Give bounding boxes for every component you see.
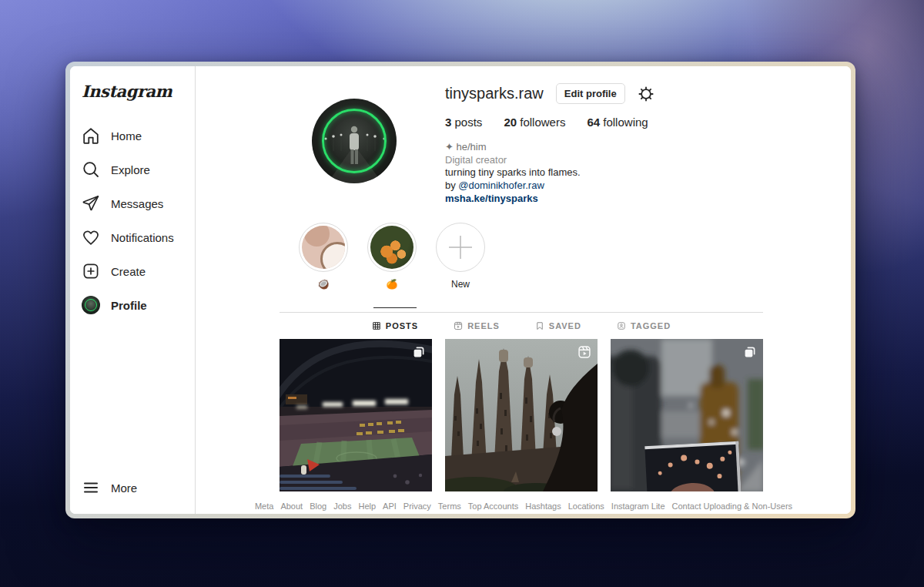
footer-link[interactable]: API [383, 501, 397, 511]
tab-label: POSTS [386, 321, 418, 330]
highlight-ring [367, 223, 417, 272]
footer-link[interactable]: Jobs [333, 501, 351, 511]
messenger-icon [82, 194, 100, 213]
profile-content: tinysparks.raw Edit profile 3 posts 20 f… [280, 66, 763, 514]
footer-link[interactable]: Instagram Lite [611, 501, 665, 511]
carousel-icon [412, 345, 426, 359]
highlight-coconut[interactable]: 🥥 [299, 223, 348, 290]
post-thumbnail-stilllife[interactable] [611, 339, 763, 491]
sidebar-nav: Home Explore Messages [70, 119, 195, 322]
sidebar-item-label: Profile [111, 299, 147, 312]
profile-photo[interactable] [312, 99, 397, 183]
profile-avatar-small [82, 296, 100, 314]
highlight-cover-coconut [302, 226, 345, 269]
footer-link[interactable]: Privacy [403, 501, 431, 511]
sidebar-item-label: More [111, 481, 137, 495]
post-thumbnail-stadium[interactable] [280, 339, 432, 491]
footer-link[interactable]: Terms [438, 501, 461, 511]
footer-link[interactable]: About [280, 501, 303, 511]
tab-saved[interactable]: SAVED [535, 313, 581, 339]
plus-square-icon [82, 262, 100, 280]
settings-gear-icon[interactable] [638, 85, 656, 103]
footer-link[interactable]: Blog [310, 501, 326, 511]
edit-profile-button[interactable]: Edit profile [556, 83, 625, 104]
grid-icon [372, 321, 381, 330]
instagram-logo[interactable]: Instagram [82, 82, 195, 101]
highlight-cover-tangerine [370, 226, 413, 269]
footer-link[interactable]: Help [358, 501, 376, 511]
footer-links: Meta About Blog Jobs Help API Privacy Te… [196, 501, 851, 511]
heart-icon [82, 228, 100, 247]
stat-followers[interactable]: 20 followers [504, 116, 565, 129]
sidebar: Instagram Home Explore [70, 66, 196, 514]
footer-link[interactable]: Hashtags [525, 501, 561, 511]
tab-reels[interactable]: REELS [454, 313, 500, 339]
mention-link[interactable]: @dominikhofer.raw [458, 179, 544, 191]
sidebar-item-home[interactable]: Home [70, 119, 195, 153]
tab-label: TAGGED [631, 321, 671, 330]
sidebar-item-label: Explore [111, 163, 150, 176]
app-window: Instagram Home Explore [65, 62, 855, 518]
highlight-new[interactable]: New [436, 223, 485, 290]
bookmark-icon [535, 321, 544, 330]
profile-page: tinysparks.raw Edit profile 3 posts 20 f… [196, 66, 851, 514]
reels-icon [578, 345, 591, 359]
website-link[interactable]: msha.ke/tinysparks [445, 193, 538, 206]
desktop-background: Instagram Home Explore [0, 0, 924, 587]
sidebar-item-label: Home [111, 129, 142, 143]
instagram-app: Instagram Home Explore [70, 66, 851, 514]
post-thumbnail-sagrada[interactable] [445, 339, 598, 491]
hamburger-icon [82, 478, 100, 497]
footer-link[interactable]: Locations [568, 501, 604, 511]
highlight-label: 🍊 [387, 279, 398, 290]
profile-stats: 3 posts 20 followers 64 following [445, 116, 753, 129]
sidebar-item-label: Create [111, 265, 146, 278]
pronouns: ✦ he/him [445, 141, 753, 154]
tab-label: REELS [467, 321, 500, 330]
highlight-tangerine[interactable]: 🍊 [367, 223, 417, 290]
posts-grid [280, 339, 763, 491]
home-icon [82, 126, 100, 145]
sidebar-item-explore[interactable]: Explore [70, 153, 195, 186]
reels-icon [454, 321, 463, 330]
bio-byline: by @dominikhofer.raw [445, 179, 753, 193]
sidebar-item-label: Notifications [111, 231, 174, 244]
tab-tagged[interactable]: TAGGED [617, 313, 671, 339]
sidebar-item-more[interactable]: More [70, 471, 195, 505]
highlight-label: New [451, 279, 470, 290]
sidebar-item-profile[interactable]: Profile [70, 288, 195, 322]
bio-line: turning tiny sparks into flames. [445, 166, 753, 179]
carousel-icon [743, 345, 757, 359]
profile-info: tinysparks.raw Edit profile 3 posts 20 f… [445, 83, 753, 206]
stat-posts: 3 posts [445, 116, 482, 129]
highlight-ring [299, 223, 348, 272]
sidebar-item-notifications[interactable]: Notifications [70, 220, 195, 254]
footer-link[interactable]: Meta [255, 501, 273, 511]
sidebar-item-create[interactable]: Create [70, 254, 195, 288]
footer-link[interactable]: Top Accounts [468, 501, 518, 511]
profile-bio: ✦ he/him Digital creator turning tiny sp… [445, 141, 753, 206]
sidebar-item-messages[interactable]: Messages [70, 186, 195, 220]
profile-category: Digital creator [445, 154, 753, 167]
profile-photo-art [312, 99, 397, 183]
tab-label: SAVED [549, 321, 581, 330]
highlight-ring [436, 223, 485, 272]
tab-posts[interactable]: POSTS [372, 313, 418, 339]
story-highlights: 🥥 🍊 New [299, 223, 485, 290]
stat-following[interactable]: 64 following [587, 116, 648, 129]
sidebar-item-label: Messages [111, 197, 163, 210]
highlight-label: 🥥 [318, 279, 330, 290]
tagged-icon [617, 321, 626, 330]
footer-link[interactable]: Contact Uploading & Non-Users [672, 501, 793, 511]
username: tinysparks.raw [445, 85, 544, 102]
new-highlight-plus-icon [439, 226, 482, 269]
search-icon [82, 160, 100, 179]
profile-tabs: POSTS REELS SAVED TAGGED [280, 312, 763, 339]
